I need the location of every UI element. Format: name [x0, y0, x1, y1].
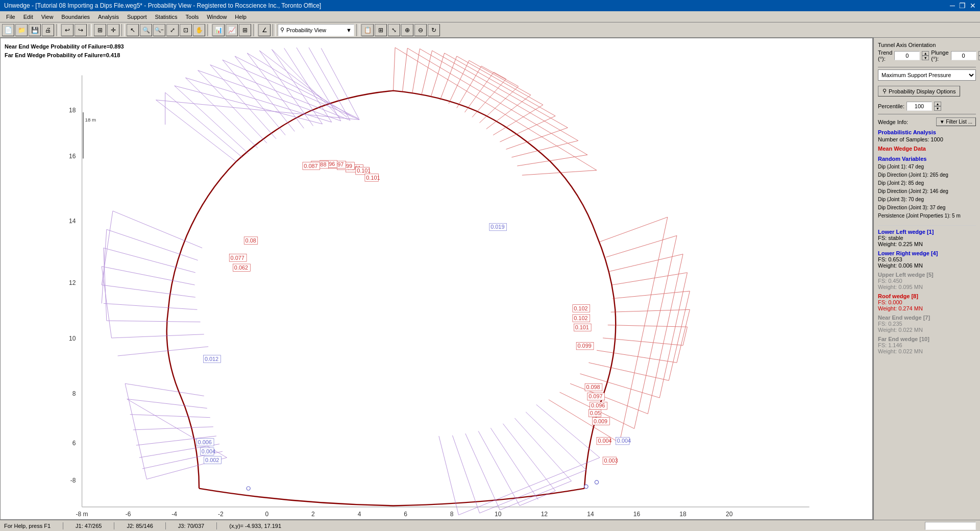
fit-btn[interactable]: ⤡ — [388, 24, 400, 36]
canvas-area[interactable]: Near End Wedge Probability of Failure=0.… — [0, 38, 873, 520]
menu-edit[interactable]: Edit — [19, 13, 37, 21]
svg-line-95 — [432, 51, 568, 128]
svg-text:6: 6 — [404, 511, 407, 518]
sep6 — [273, 24, 276, 36]
status-sep2 — [114, 522, 114, 529]
plunge-label: Plunge (°): — [931, 50, 948, 62]
open-btn[interactable]: 📁 — [15, 24, 28, 36]
sep5 — [253, 24, 256, 36]
ext2-btn[interactable]: ⊞ — [375, 24, 387, 36]
trend-input[interactable] — [894, 51, 920, 60]
menu-boundaries[interactable]: Boundaries — [57, 13, 94, 21]
status-sep1 — [63, 522, 63, 529]
trend-up[interactable]: ▲ — [922, 51, 929, 56]
menu-view[interactable]: View — [37, 13, 58, 21]
zoom-out-btn[interactable]: 🔍− — [153, 24, 165, 36]
svg-line-126 — [491, 428, 538, 499]
trend-down[interactable]: ▼ — [922, 56, 929, 60]
svg-line-37 — [297, 47, 341, 121]
trend-spinners[interactable]: ▲ ▼ — [922, 51, 929, 60]
svg-text:0.098: 0.098 — [586, 384, 600, 390]
redo-btn[interactable]: ↪ — [75, 24, 87, 36]
chart-btn[interactable]: 📊 — [212, 24, 225, 36]
var-list: Dip (Joint 1): 47 deg Dip Direction (Joi… — [878, 163, 976, 220]
j2-status: J2: 85/146 — [127, 523, 153, 529]
wedge-lower-left: Lower Left wedge [1] FS: stable Weight: … — [878, 229, 976, 247]
svg-line-56 — [104, 303, 198, 309]
plunge-up[interactable]: ▲ — [978, 51, 980, 56]
print-btn[interactable]: 🖨 — [42, 24, 54, 36]
minimize-btn[interactable]: ─ — [950, 2, 955, 10]
trend-label: Trend (°): — [878, 50, 892, 62]
svg-line-82 — [465, 72, 494, 112]
menu-file[interactable]: File — [2, 13, 19, 21]
zoomin2-btn[interactable]: ⊕ — [401, 24, 413, 36]
zoom-ext-btn[interactable]: ⤢ — [166, 24, 179, 36]
prob-display-btn[interactable]: ⚲ Probability Display Options — [878, 86, 960, 96]
save-btn[interactable]: 💾 — [29, 24, 41, 36]
grid-btn[interactable]: ⊞ — [94, 24, 106, 36]
percentile-spinners[interactable]: ▲ ▼ — [934, 102, 941, 111]
svg-line-129 — [452, 436, 479, 513]
pan-btn[interactable]: ✋ — [193, 24, 205, 36]
coord-input-area — [925, 522, 976, 530]
menu-statistics[interactable]: Statistics — [151, 13, 182, 21]
percentile-input[interactable] — [906, 102, 932, 111]
menu-window[interactable]: Window — [203, 13, 231, 21]
filter-label: Filter List ... — [946, 119, 972, 125]
graph-btn[interactable]: 📈 — [226, 24, 238, 36]
menu-help[interactable]: Help — [231, 13, 251, 21]
svg-line-112 — [570, 383, 648, 414]
svg-line-78 — [431, 53, 445, 97]
svg-line-50 — [272, 50, 341, 118]
svg-line-53 — [104, 248, 195, 273]
angle-btn[interactable]: ∠ — [258, 24, 271, 36]
percentile-up[interactable]: ▲ — [934, 102, 941, 106]
copy-btn[interactable]: 📋 — [361, 24, 374, 36]
menu-support[interactable]: Support — [123, 13, 151, 21]
menu-bar: File Edit View Boundaries Analysis Suppo… — [0, 11, 980, 22]
svg-point-192 — [247, 487, 250, 490]
coord-input[interactable] — [925, 522, 976, 530]
rotate-btn[interactable]: ↻ — [428, 24, 440, 36]
restore-btn[interactable]: ❐ — [959, 2, 966, 10]
filter-btn[interactable]: ▼ Filter List ... — [936, 117, 976, 126]
undo-btn[interactable]: ↩ — [61, 24, 74, 36]
zoomout2-btn[interactable]: ⊖ — [414, 24, 427, 36]
svg-line-99 — [481, 66, 518, 86]
svg-text:0.004: 0.004 — [598, 438, 611, 444]
coord-text: (x,y)= -4.933, 17.191 — [229, 523, 281, 529]
plunge-input[interactable] — [951, 51, 976, 60]
svg-line-123 — [526, 412, 586, 470]
svg-line-88 — [506, 128, 568, 149]
close-btn[interactable]: ✕ — [970, 2, 976, 10]
table-btn[interactable]: ⊞ — [239, 24, 251, 36]
menu-tools[interactable]: Tools — [182, 13, 203, 21]
snap-btn[interactable]: ✛ — [107, 24, 119, 36]
title-text: Unwedge - [Tutorial 08 Importing a Dips … — [4, 2, 321, 9]
menu-analysis[interactable]: Analysis — [94, 13, 123, 21]
status-sep3 — [165, 522, 166, 529]
zoom-in-btn[interactable]: 🔍 — [140, 24, 152, 36]
svg-text:0.004: 0.004 — [617, 438, 631, 444]
percentile-down[interactable]: ▼ — [934, 106, 941, 111]
var-6: Persistence (Joint Properties 1): 5 m — [878, 212, 976, 220]
view-dropdown[interactable]: ⚲ Probability View ▼ — [278, 24, 354, 36]
canvas-info: Near End Wedge Probability of Failure=0.… — [5, 42, 124, 59]
plunge-down[interactable]: ▼ — [978, 56, 980, 60]
support-dropdown[interactable]: Maximum Support Pressure — [878, 69, 976, 81]
title-bar-controls[interactable]: ─ ❐ ✕ — [950, 2, 976, 10]
svg-line-93 — [407, 48, 587, 155]
zoom-win-btn[interactable]: ⊡ — [180, 24, 192, 36]
pointer-btn[interactable]: ↖ — [127, 24, 139, 36]
svg-text:-6: -6 — [126, 511, 131, 518]
sep1 — [56, 24, 59, 36]
svg-line-89 — [511, 140, 578, 157]
svg-text:4: 4 — [358, 511, 361, 518]
svg-line-31 — [223, 60, 285, 135]
svg-text:0.012: 0.012 — [205, 356, 218, 362]
svg-text:14: 14 — [69, 218, 76, 225]
new-btn[interactable]: 📄 — [2, 24, 14, 36]
plunge-spinners[interactable]: ▲ ▼ — [978, 51, 980, 60]
svg-line-59 — [118, 347, 209, 356]
